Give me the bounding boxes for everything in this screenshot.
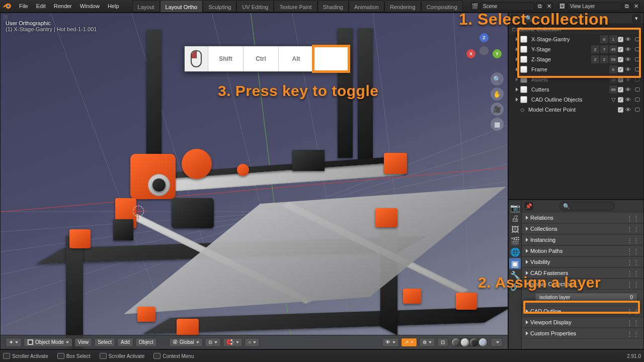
render-icon[interactable]: 🖵 [633, 106, 641, 114]
workspace-tab-shading[interactable]: Shading [317, 0, 349, 12]
outliner-item[interactable]: Y-Stage2745✓👁🖵 [509, 44, 643, 54]
panel-menu-icon[interactable]: ⋮⋮ [626, 247, 639, 255]
workspace-tab-rendering[interactable]: Rendering [384, 0, 421, 12]
workspace-tab-layout[interactable]: Layout [132, 0, 160, 12]
workspace-tab-texturepaint[interactable]: Texture Paint [274, 0, 317, 12]
render-icon[interactable]: 🖵 [633, 55, 641, 63]
disclosure-triangle-icon[interactable] [516, 57, 518, 61]
exclude-checkbox[interactable]: ✓ [618, 97, 623, 103]
props-search[interactable]: 🔍 [559, 202, 615, 211]
eye-icon[interactable]: 👁 [624, 85, 632, 94]
nav-gizmo[interactable]: X Y Z [466, 33, 502, 68]
tab-world-icon[interactable]: 🌐 [509, 246, 521, 257]
render-icon[interactable]: 🖵 [633, 65, 641, 73]
menu-help[interactable]: Help [104, 3, 123, 9]
menu-file[interactable]: File [15, 3, 32, 9]
props-panel[interactable]: Collections⋮⋮ [522, 223, 643, 234]
disclosure-triangle-icon[interactable] [516, 47, 518, 51]
eye-icon[interactable]: 👁 [624, 35, 632, 43]
panel-menu-icon[interactable]: ⋮⋮ [626, 214, 639, 222]
disclosure-triangle-icon[interactable] [516, 87, 518, 92]
pan-gizmo-icon[interactable]: ✋ [491, 87, 504, 101]
disclosure-triangle-icon[interactable] [526, 216, 528, 220]
disclosure-triangle-icon[interactable] [526, 238, 528, 242]
disclosure-triangle-icon[interactable] [526, 260, 528, 264]
props-pin-icon[interactable]: 📌 [525, 202, 533, 210]
overlay-toggle[interactable]: ⊚ [419, 338, 435, 347]
viewport-3d[interactable]: User Orthographic (1) X-Stage-Gantry | H… [0, 13, 508, 349]
render-icon[interactable]: 🖵 [633, 35, 641, 43]
eye-icon[interactable]: 👁 [624, 96, 632, 104]
render-icon[interactable]: 🖵 [633, 45, 641, 53]
panel-menu-icon[interactable]: ⋮⋮ [626, 281, 639, 288]
scene-name-field[interactable]: Scene [480, 2, 534, 11]
editor-type-icon[interactable]: ✦ [6, 338, 22, 347]
render-icon[interactable]: 🖵 [633, 85, 641, 94]
exclude-checkbox[interactable]: ✓ [618, 57, 623, 62]
menu-window[interactable]: Window [76, 3, 104, 9]
header-menu-object[interactable]: Object [135, 338, 157, 347]
panel-menu-icon[interactable]: ⋮⋮ [626, 269, 639, 277]
props-panel[interactable]: Viewport Display⋮⋮ [522, 317, 643, 328]
workspace-tab-layout-ortho[interactable]: Layout Ortho [160, 0, 203, 12]
xray-toggle[interactable]: ⊡ [437, 338, 448, 347]
disclosure-triangle-icon[interactable] [526, 309, 528, 313]
outliner-item[interactable]: CAD Outline Objects▽✓👁🖵 [509, 95, 643, 105]
exclude-checkbox[interactable]: ✓ [618, 67, 623, 72]
disclosure-triangle-icon[interactable] [516, 67, 518, 71]
zoom-gizmo-icon[interactable]: 🔍 [491, 72, 504, 85]
workspace-tab-sculpting[interactable]: Sculpting [203, 0, 236, 12]
panel-menu-icon[interactable]: ⋮⋮ [626, 319, 639, 326]
workspace-tab-compositing[interactable]: Compositing [421, 0, 463, 12]
outliner-item[interactable]: Assets18✓👁🖵 [509, 74, 643, 84]
persp-gizmo-icon[interactable]: ▦ [491, 118, 504, 131]
props-panel[interactable]: Visibility⋮⋮ [522, 256, 643, 267]
workspace-tab-uv[interactable]: UV Editing [236, 0, 274, 12]
panel-menu-icon[interactable]: ⋮⋮ [626, 236, 639, 244]
panel-menu-icon[interactable]: ⋮⋮ [626, 258, 639, 266]
visibility-filter[interactable]: 👁 [382, 338, 399, 347]
props-panel[interactable]: CAD Outline⋮⋮ [522, 306, 643, 317]
viewlayer-name-field[interactable]: View Layer [567, 2, 621, 11]
tab-viewlayer-icon[interactable]: 🖼 [509, 224, 521, 235]
tab-scene-icon[interactable]: 🎬 [509, 235, 521, 246]
orientation-select[interactable]: ⦿ Global [169, 338, 203, 347]
shading-mode[interactable] [451, 338, 488, 347]
render-icon[interactable]: 🖵 [633, 75, 641, 83]
viewlayer-delete-icon[interactable]: ✕ [632, 2, 640, 10]
outliner-item[interactable]: X-Stage-Gantry61✓👁🖵 [509, 34, 643, 44]
menu-render[interactable]: Render [50, 3, 76, 9]
exclude-checkbox[interactable]: ✓ [618, 47, 623, 52]
exclude-checkbox[interactable]: ✓ [618, 37, 623, 42]
eye-icon[interactable]: 👁 [624, 65, 632, 73]
panel-menu-icon[interactable]: ⋮⋮ [626, 330, 639, 337]
outliner-item[interactable]: ◇Model Center Point✓👁🖵 [509, 105, 643, 115]
scene-new-icon[interactable]: ⧉ [536, 2, 544, 10]
isolation-layer-field[interactable]: isolation layer0 [535, 293, 637, 302]
tab-object-icon[interactable]: ▣ [509, 258, 521, 269]
scene-browse-icon[interactable]: 🎬 [471, 2, 479, 10]
tab-render-icon[interactable]: 📷 [509, 202, 521, 213]
props-panel[interactable]: Motion Paths⋮⋮ [522, 245, 643, 256]
header-menu-select[interactable]: Select [94, 338, 115, 347]
outliner-item[interactable]: Frame6✓👁🖵 [509, 64, 643, 74]
snap-toggle[interactable]: 🧲▫ [223, 338, 243, 347]
disclosure-triangle-icon[interactable] [516, 98, 518, 102]
disclosure-triangle-icon[interactable] [526, 331, 528, 335]
shading-options[interactable] [491, 338, 503, 347]
camera-gizmo-icon[interactable]: 🎥 [491, 103, 504, 116]
outliner-item[interactable]: Cutters99✓👁🖵 [509, 84, 643, 95]
eye-icon[interactable]: 👁 [624, 45, 632, 53]
eye-icon[interactable]: 👁 [624, 75, 632, 83]
disclosure-triangle-icon[interactable] [526, 249, 528, 253]
outliner-item[interactable]: Z-Stage2259✓👁🖵 [509, 54, 643, 64]
disclosure-triangle-icon[interactable] [516, 77, 518, 81]
eye-icon[interactable]: 👁 [624, 106, 632, 114]
gizmo-toggle[interactable]: ↗ [401, 338, 417, 347]
props-panel[interactable]: Relations⋮⋮ [522, 212, 643, 223]
menu-edit[interactable]: Edit [32, 3, 50, 9]
exclude-checkbox[interactable]: ✓ [618, 87, 623, 93]
scene-delete-icon[interactable]: ✕ [545, 2, 553, 10]
props-panel[interactable]: Custom Properties⋮⋮ [522, 328, 643, 339]
pivot-select[interactable]: ⊙ [205, 338, 221, 347]
